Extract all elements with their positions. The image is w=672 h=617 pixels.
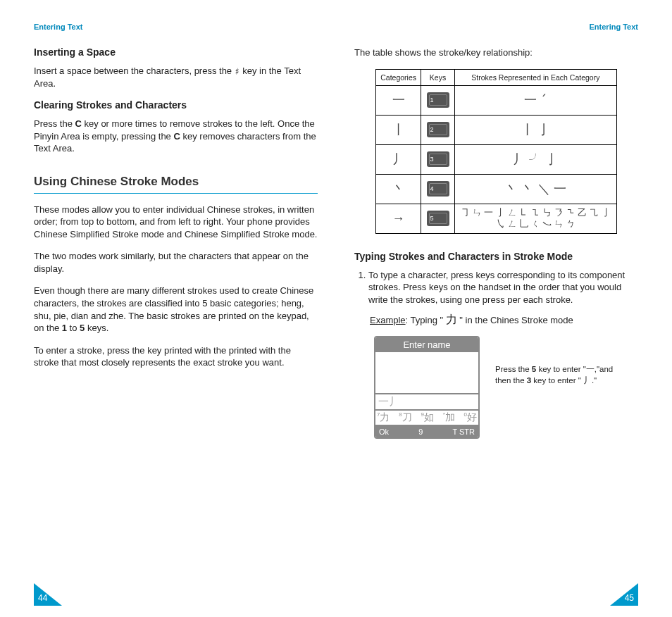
para-modes-1: These modes allow you to enter individua… xyxy=(34,204,318,241)
phone-candidates: 7力8刀9如*加0好 xyxy=(375,411,478,426)
heading-typing-strokes: Typing Strokes and Characters in Stroke … xyxy=(354,251,638,262)
example-line: Example: Typing " 力 " in the Chines Stro… xyxy=(370,313,638,328)
softkey-mid: 9 xyxy=(418,428,423,436)
heading-inserting-space: Inserting a Space xyxy=(34,46,318,58)
table-row: 丶 4 丶 丶 ＼ 一 xyxy=(376,174,617,204)
phone-screen-mock: Enter name 一丿 7力8刀9如*加0好 Ok 9 T STR xyxy=(374,336,480,439)
th-categories: Categories xyxy=(376,69,421,85)
th-strokes: Strokes Represented in Each Category xyxy=(455,69,617,85)
th-keys: Keys xyxy=(421,69,455,85)
phone-stroke-row: 一丿 xyxy=(375,394,478,411)
keypad-key-icon: 2 xyxy=(427,122,449,137)
running-header-right: Entering Text xyxy=(354,23,638,31)
para-modes-3: Even though there are many different str… xyxy=(34,285,318,334)
page-number-right: 45 xyxy=(610,583,638,606)
step-1: To type a character, press keys correspo… xyxy=(368,269,638,306)
para-clearing: Press the C key or more times to remove … xyxy=(34,118,318,155)
para-table-intro: The table shows the stroke/key relations… xyxy=(354,46,638,59)
keypad-key-icon: 5 xyxy=(427,211,449,226)
table-row: 丨 2 丨 亅 xyxy=(376,115,617,144)
softkey-right: T STR xyxy=(452,428,475,436)
running-header-left: Entering Text xyxy=(34,23,318,31)
softkey-left: Ok xyxy=(379,428,389,436)
table-row: 丿 3 丿 ╯ 亅 xyxy=(376,144,617,174)
keypad-key-icon: 4 xyxy=(427,181,449,197)
pound-key-glyph: ♯ xyxy=(235,66,240,78)
phone-title-bar: Enter name xyxy=(375,337,478,352)
table-row: 一 1 一 ˊ xyxy=(376,85,617,115)
table-row: → 5 ㇆ ㄣ 一 亅 ㄥ ㇄ ㇅ ㇉ ㇋ ㇍ 乙 ㇈ 亅 ㇂ ㄥ 乚 ㄑ ㇃ … xyxy=(376,204,617,233)
para-inserting-space: Insert a space between the characters, p… xyxy=(34,65,318,89)
heading-clearing: Clearing Strokes and Characters xyxy=(34,99,318,111)
heading-stroke-modes: Using Chinese Stroke Modes xyxy=(34,175,318,194)
phone-note: Press the 5 key to enter "一,"and then th… xyxy=(495,364,615,386)
page-number-left: 44 xyxy=(34,583,62,606)
stroke-key-table: Categories Keys Strokes Represented in E… xyxy=(375,69,617,234)
para-modes-2: The two modes work similarly, but the ch… xyxy=(34,250,318,275)
keypad-key-icon: 3 xyxy=(427,151,449,167)
keypad-key-icon: 1 xyxy=(427,92,449,108)
para-modes-4: To enter a stroke, press the key printed… xyxy=(34,344,318,369)
